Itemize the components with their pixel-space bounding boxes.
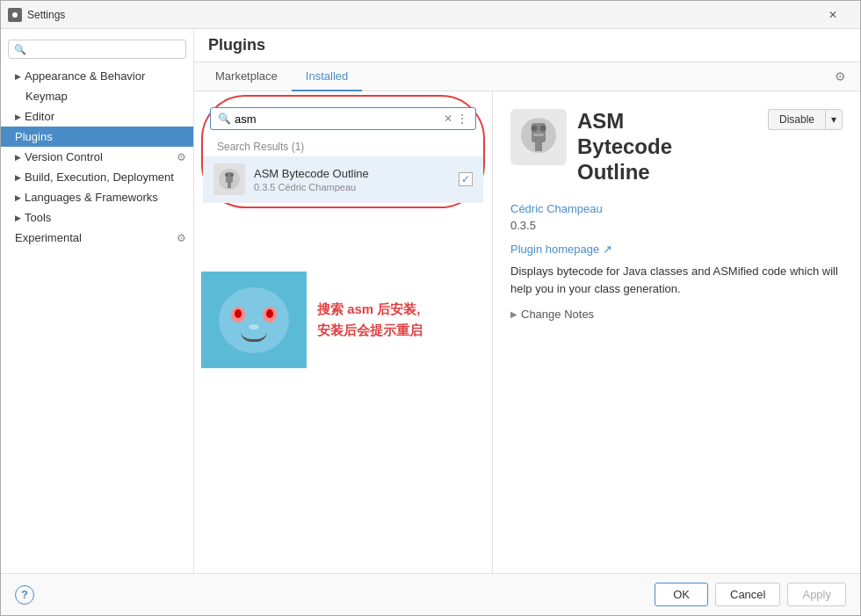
- sidebar-item-languages[interactable]: ▶ Languages & Frameworks: [1, 187, 193, 207]
- tab-marketplace-label: Marketplace: [215, 69, 278, 83]
- sidebar-item-editor[interactable]: ▶ Editor: [1, 106, 193, 127]
- plugin-search-icon: 🔍: [218, 112, 231, 125]
- sidebar-item-tools[interactable]: ▶ Tools: [1, 207, 193, 228]
- sidebar-search[interactable]: 🔍: [8, 40, 186, 59]
- sidebar-search-icon: 🔍: [14, 44, 26, 55]
- bottom-bar: ? OK Cancel Apply: [1, 573, 860, 615]
- plugin-list-panel: 🔍 ✕ ⋮ Search Results (1): [194, 91, 493, 573]
- ok-button[interactable]: OK: [655, 583, 708, 606]
- plugin-author-small: Cédric Champeau: [279, 182, 357, 192]
- svg-point-12: [532, 126, 538, 132]
- plugin-search-clear-icon[interactable]: ✕: [444, 112, 452, 125]
- close-button[interactable]: ✕: [813, 1, 853, 29]
- detail-actions: Disable ▾: [768, 109, 843, 130]
- plugin-search-bar[interactable]: 🔍 ✕ ⋮: [210, 107, 476, 130]
- sidebar-item-appearance-label: Appearance & Behavior: [25, 69, 145, 83]
- pokemon-head: [219, 287, 289, 353]
- plugin-icon-asm: [213, 163, 245, 195]
- bottom-actions: OK Cancel Apply: [655, 583, 846, 606]
- detail-homepage-link[interactable]: Plugin homepage ↗: [510, 243, 843, 256]
- window-title: Settings: [27, 9, 65, 21]
- sidebar-item-experimental-label: Experimental: [15, 231, 82, 244]
- change-notes[interactable]: ▶ Change Notes: [510, 308, 843, 321]
- detail-description: Displays bytecode for Java classes and A…: [510, 263, 843, 297]
- cancel-button[interactable]: Cancel: [715, 583, 780, 606]
- detail-panel: ASM Bytecode Outline Disable ▾: [493, 91, 860, 573]
- plugin-name: ASM Bytecode Outline: [254, 167, 459, 180]
- expand-icon-languages: ▶: [15, 193, 21, 202]
- plugin-search-input[interactable]: [235, 112, 444, 126]
- plugin-enabled-checkbox[interactable]: ✓: [459, 172, 473, 186]
- expand-icon-appearance: ▶: [15, 72, 21, 81]
- plugins-content: 🔍 ✕ ⋮ Search Results (1): [194, 91, 860, 573]
- svg-rect-5: [228, 183, 231, 188]
- svg-point-1: [12, 12, 18, 18]
- tabs-bar: Marketplace Installed ⚙: [194, 62, 860, 91]
- sidebar-search-input[interactable]: [30, 43, 180, 55]
- asm-list-icon: [213, 163, 245, 195]
- tab-marketplace[interactable]: Marketplace: [201, 62, 292, 91]
- pokemon-nose: [249, 324, 259, 330]
- plugin-list-item-asm[interactable]: ASM Bytecode Outline 0.3.5 Cédric Champe…: [203, 156, 483, 203]
- tab-installed[interactable]: Installed: [292, 62, 362, 91]
- tab-gear-icon[interactable]: ⚙: [828, 66, 853, 87]
- pokemon-eye-left: [231, 307, 245, 322]
- asm-detail-icon-svg: [510, 109, 567, 165]
- sidebar-item-plugins[interactable]: Plugins: [1, 127, 193, 147]
- plugin-version-small: 0.3.5: [254, 182, 275, 192]
- pokemon-image: [201, 272, 307, 368]
- help-button[interactable]: ?: [15, 585, 34, 605]
- svg-rect-11: [535, 142, 542, 151]
- sidebar-item-version-control-label: Version Control: [25, 150, 103, 163]
- disable-dropdown-button[interactable]: ▾: [825, 109, 843, 130]
- sidebar-item-appearance[interactable]: ▶ Appearance & Behavior: [1, 66, 193, 86]
- sidebar-item-version-control[interactable]: ▶ Version Control ⚙: [1, 147, 193, 167]
- svg-point-7: [230, 173, 234, 177]
- svg-rect-14: [533, 134, 544, 136]
- sidebar-item-keymap-label: Keymap: [25, 90, 68, 103]
- main-panel: Plugins Marketplace Installed ⚙ 🔍: [194, 29, 860, 573]
- pokemon-eye-right: [263, 307, 277, 322]
- sidebar-item-build-label: Build, Execution, Deployment: [25, 170, 174, 184]
- pokemon-mouth: [241, 331, 267, 342]
- expand-icon-tools: ▶: [15, 214, 21, 222]
- expand-icon-editor: ▶: [15, 112, 21, 121]
- annotation-text: 搜索 asm 后安装, 安装后会提示重启: [317, 299, 423, 341]
- plugin-search-options-icon[interactable]: ⋮: [456, 112, 468, 126]
- content-area: 🔍 ▶ Appearance & Behavior Keymap ▶ Edito…: [1, 29, 860, 573]
- gear-icon-experimental: ⚙: [177, 232, 186, 244]
- gear-icon-version-control: ⚙: [177, 151, 186, 163]
- plugins-header: Plugins: [194, 29, 860, 62]
- detail-plugin-header: ASM Bytecode Outline Disable ▾: [510, 109, 843, 185]
- settings-window: Settings ✕ 🔍 ▶ Appearance & Behavior Key…: [0, 0, 861, 616]
- detail-version: 0.3.5: [510, 219, 843, 232]
- sidebar-item-keymap[interactable]: Keymap: [1, 86, 193, 106]
- sidebar-item-plugins-label: Plugins: [15, 130, 53, 143]
- title-bar: Settings ✕: [1, 1, 860, 29]
- detail-author-link[interactable]: Cédric Champeau: [510, 202, 843, 215]
- sidebar-item-build[interactable]: ▶ Build, Execution, Deployment: [1, 167, 193, 187]
- expand-icon-version-control: ▶: [15, 153, 21, 162]
- apply-button[interactable]: Apply: [787, 583, 846, 606]
- title-bar-left: Settings: [8, 8, 65, 22]
- plugin-info: ASM Bytecode Outline 0.3.5 Cédric Champe…: [254, 167, 459, 192]
- sidebar-item-experimental[interactable]: Experimental ⚙: [1, 228, 193, 248]
- svg-point-13: [540, 126, 546, 132]
- plugins-title: Plugins: [208, 36, 265, 54]
- annotation-area: 搜索 asm 后安装, 安装后会提示重启: [194, 265, 492, 375]
- sidebar-item-languages-label: Languages & Frameworks: [25, 191, 158, 204]
- disable-button[interactable]: Disable: [768, 109, 825, 130]
- detail-plugin-icon: [510, 109, 567, 165]
- plugin-meta: 0.3.5 Cédric Champeau: [254, 182, 459, 192]
- annotation-line2: 安装后会提示重启: [317, 320, 423, 341]
- sidebar-item-editor-label: Editor: [25, 110, 54, 123]
- svg-point-6: [225, 173, 228, 177]
- annotation-line1: 搜索 asm 后安装,: [317, 299, 423, 320]
- expand-icon-build: ▶: [15, 173, 21, 182]
- search-oval-annotation: 🔍 ✕ ⋮ Search Results (1): [201, 95, 485, 208]
- change-notes-label: Change Notes: [521, 308, 594, 321]
- settings-icon: [8, 8, 22, 22]
- change-notes-arrow-icon: ▶: [510, 309, 517, 319]
- sidebar: 🔍 ▶ Appearance & Behavior Keymap ▶ Edito…: [1, 29, 194, 573]
- search-results-label: Search Results (1): [203, 137, 483, 156]
